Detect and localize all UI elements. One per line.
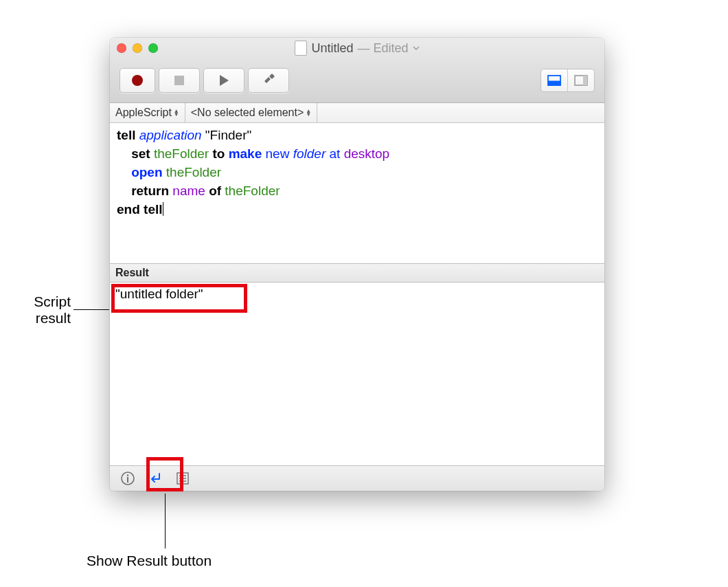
callout-line-script-result	[73, 309, 109, 310]
annotation-script-result: Script result	[12, 294, 71, 326]
annotation-show-result-button: Show Result button	[87, 553, 212, 569]
svg-rect-1	[174, 76, 184, 85]
result-pane[interactable]: "untitled folder"	[110, 283, 604, 465]
toolbar-left-group	[120, 68, 289, 93]
document-icon	[295, 41, 307, 56]
content-pane-icon	[547, 75, 561, 86]
text-cursor	[163, 202, 163, 216]
window-title: Untitled	[311, 41, 353, 56]
svg-point-7	[127, 474, 129, 476]
hammer-icon	[262, 74, 275, 87]
record-button[interactable]	[120, 68, 155, 93]
stop-icon	[174, 75, 185, 86]
code-token: open	[131, 165, 162, 179]
play-icon	[218, 74, 230, 87]
code-token: return	[131, 184, 169, 198]
code-token: theFolder	[154, 146, 209, 161]
show-result-button[interactable]	[143, 468, 168, 489]
code-token: theFolder	[166, 165, 221, 179]
code-token: theFolder	[225, 184, 280, 198]
result-header: Result	[110, 263, 604, 283]
code-token: make	[229, 146, 262, 161]
svg-point-0	[132, 75, 143, 86]
stop-button[interactable]	[159, 68, 200, 93]
code-token: new	[266, 146, 290, 161]
svg-rect-5	[583, 76, 587, 85]
language-selector[interactable]: AppleScript ▲▼	[110, 103, 185, 122]
minimize-button[interactable]	[133, 43, 142, 53]
code-token: tell	[117, 128, 135, 142]
chevron-down-icon	[413, 45, 420, 52]
result-header-label: Result	[115, 267, 149, 279]
titlebar-top: Untitled — Edited	[110, 38, 604, 58]
return-arrow-icon	[148, 471, 163, 486]
run-button[interactable]	[203, 68, 244, 93]
titlebar: Untitled — Edited	[110, 38, 604, 103]
close-button[interactable]	[117, 43, 126, 53]
inspector-content-button[interactable]	[541, 69, 567, 91]
inspector-toggle-group	[541, 69, 595, 92]
script-editor-pane[interactable]: tell application "Finder" set theFolder …	[110, 123, 604, 263]
code-token: tell	[144, 202, 162, 217]
code-token: end	[117, 202, 140, 217]
log-icon	[176, 472, 190, 485]
code-token: "Finder"	[205, 128, 251, 142]
show-log-button[interactable]	[170, 468, 195, 489]
code-token: desktop	[344, 146, 390, 161]
compile-button[interactable]	[248, 68, 289, 93]
code-token: of	[209, 184, 221, 198]
toolbar	[110, 58, 604, 102]
svg-rect-3	[548, 81, 560, 85]
code-token: folder	[293, 146, 326, 161]
code-token: set	[131, 146, 150, 161]
record-icon	[130, 74, 144, 87]
code-token: at	[330, 146, 341, 161]
zoom-button[interactable]	[148, 43, 158, 53]
window-title-group[interactable]: Untitled — Edited	[110, 41, 604, 56]
code-token: name	[172, 184, 205, 198]
stepper-icon: ▲▼	[174, 109, 179, 116]
edited-label: — Edited	[357, 41, 408, 56]
bottom-bar	[110, 465, 604, 491]
sidebar-pane-icon	[574, 75, 588, 86]
element-selector[interactable]: <No selected element> ▲▼	[185, 103, 317, 122]
code-token: to	[212, 146, 225, 161]
info-icon	[120, 471, 135, 486]
svg-rect-8	[127, 477, 128, 483]
description-button[interactable]	[115, 468, 140, 489]
stepper-icon: ▲▼	[306, 109, 311, 116]
element-label: <No selected element>	[191, 107, 304, 119]
inspector-sidebar-button[interactable]	[567, 69, 594, 91]
traffic-lights	[117, 43, 158, 53]
language-label: AppleScript	[115, 107, 172, 119]
callout-line-show-result	[165, 494, 166, 549]
navigation-bar: AppleScript ▲▼ <No selected element> ▲▼	[110, 103, 604, 123]
code-token: application	[139, 128, 202, 142]
script-editor-window: Untitled — Edited	[110, 38, 604, 491]
result-value: "untitled folder"	[115, 287, 203, 301]
